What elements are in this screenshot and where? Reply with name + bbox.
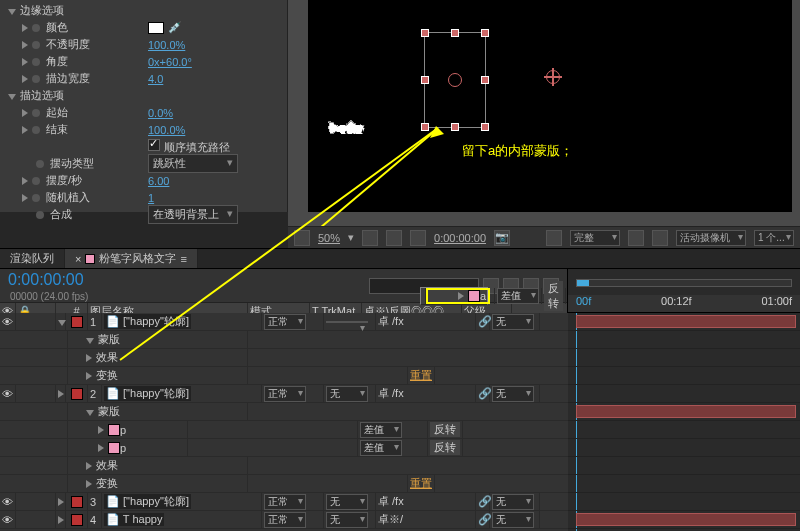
track-row[interactable]	[568, 475, 800, 493]
timeline-tracks[interactable]	[568, 313, 800, 531]
region-icon[interactable]	[628, 230, 644, 246]
disclosure-icon[interactable]	[86, 338, 94, 344]
layer-row[interactable]: 👁 3 📄 ["happy"轮廓] 正常 无 卓 /fx 🔗 无	[0, 493, 568, 511]
blend-mode-dropdown[interactable]: 正常	[264, 314, 306, 330]
layer-switches[interactable]: 卓 /fx	[376, 313, 476, 330]
mask-mode-dropdown[interactable]: 差值	[360, 422, 402, 438]
reset-link[interactable]: 重置	[410, 368, 432, 383]
track-row[interactable]	[568, 331, 800, 349]
layer-sub-row[interactable]: 效果	[0, 457, 568, 475]
disclosure-icon[interactable]	[86, 372, 92, 380]
track-row[interactable]	[568, 493, 800, 511]
preview-canvas[interactable]: happy	[308, 0, 792, 212]
reset-link[interactable]: 重置	[410, 476, 432, 491]
layer-sub-row[interactable]: p 差值 反转	[0, 421, 568, 439]
parent-dropdown[interactable]: 无	[492, 494, 534, 510]
parent-dropdown[interactable]: 无	[492, 512, 534, 528]
keyframe-stopwatch-icon[interactable]	[32, 194, 40, 202]
track-row[interactable]	[568, 349, 800, 367]
mask-invert-button[interactable]: 反转	[544, 281, 563, 311]
mask-name[interactable]: p	[120, 442, 126, 454]
disclosure-icon[interactable]	[58, 390, 64, 398]
track-row[interactable]	[568, 439, 800, 457]
resolution-icon[interactable]	[362, 230, 378, 246]
mask-color-swatch[interactable]	[468, 290, 480, 302]
layer-switches[interactable]: 卓※/	[376, 511, 476, 528]
stroke-width-value[interactable]: 4.0	[148, 73, 163, 85]
zoom-dropdown[interactable]: 50%	[318, 232, 340, 244]
disclosure-icon[interactable]	[86, 410, 94, 416]
seq-fill-checkbox[interactable]	[148, 139, 160, 151]
mask-icon[interactable]	[410, 230, 426, 246]
disclosure-icon[interactable]	[22, 41, 28, 49]
track-row[interactable]	[568, 511, 800, 529]
layer-sub-row[interactable]: 变换 重置	[0, 367, 568, 385]
layer-switches[interactable]: 卓 /fx	[376, 385, 476, 402]
layer-duration-bar[interactable]	[576, 315, 796, 328]
disclosure-icon[interactable]	[22, 126, 28, 134]
track-row[interactable]	[568, 421, 800, 439]
tab-render-queue[interactable]: 渲染队列	[0, 249, 65, 268]
mask-selection-box[interactable]	[424, 32, 486, 128]
disclosure-icon[interactable]	[86, 480, 92, 488]
current-time[interactable]: 0:00:00:00	[0, 269, 92, 291]
disclosure-icon[interactable]	[86, 354, 92, 362]
visibility-toggle[interactable]: 👁	[0, 511, 16, 528]
time-ruler[interactable]: 00f 00:12f 01:00f	[568, 295, 800, 313]
tab-composition[interactable]: × 粉笔字风格文字 ≡	[65, 249, 198, 268]
parent-dropdown[interactable]: 无	[492, 386, 534, 402]
keyframe-stopwatch-icon[interactable]	[32, 41, 40, 49]
mask-invert-button[interactable]: 反转	[430, 440, 460, 455]
visibility-toggle[interactable]: 👁	[0, 385, 16, 402]
layer-color-swatch[interactable]	[71, 514, 83, 526]
layer-sub-row[interactable]: 变换 重置	[0, 475, 568, 493]
mask-mode-dropdown[interactable]: 差值	[360, 440, 402, 456]
trackmatte-dropdown[interactable]: 无	[326, 512, 368, 528]
layer-sub-row[interactable]: 效果	[0, 349, 568, 367]
3d-icon[interactable]	[652, 230, 668, 246]
layer-duration-bar[interactable]	[576, 513, 796, 526]
camera-dropdown[interactable]: 活动摄像机	[676, 230, 746, 246]
views-dropdown[interactable]: 1 个...	[754, 230, 794, 246]
guides-icon[interactable]	[386, 230, 402, 246]
mask-color-swatch[interactable]	[108, 424, 120, 436]
disclosure-icon[interactable]	[22, 177, 28, 185]
mask-mode-dropdown[interactable]: 差值	[497, 288, 539, 304]
blend-mode-dropdown[interactable]: 正常	[264, 494, 306, 510]
random-seed-value[interactable]: 1	[148, 192, 154, 204]
layer-row[interactable]: 👁 4 📄 T happy 正常 无 卓※/ 🔗 无	[0, 511, 568, 529]
mask-name[interactable]: a	[480, 290, 486, 302]
lock-toggle[interactable]	[16, 313, 56, 330]
trackmatte-dropdown[interactable]: 无	[326, 494, 368, 510]
layer-color-swatch[interactable]	[71, 388, 83, 400]
grid-icon[interactable]	[294, 230, 310, 246]
angle-value[interactable]: 0x+60.0°	[148, 56, 192, 68]
layer-color-swatch[interactable]	[71, 316, 83, 328]
disclosure-icon[interactable]	[22, 24, 28, 32]
disclosure-icon[interactable]	[22, 194, 28, 202]
track-row[interactable]	[568, 367, 800, 385]
visibility-toggle[interactable]: 👁	[0, 493, 16, 510]
eyedropper-icon[interactable]: 💉	[168, 21, 182, 35]
disclosure-icon[interactable]	[8, 9, 16, 15]
end-value[interactable]: 100.0%	[148, 124, 185, 136]
composite-dropdown[interactable]: 在透明背景上	[148, 205, 238, 224]
mask-color-swatch[interactable]	[108, 442, 120, 454]
keyframe-stopwatch-icon[interactable]	[32, 109, 40, 117]
trackmatte-dropdown[interactable]: 无	[326, 386, 368, 402]
mask-name[interactable]: p	[120, 424, 126, 436]
disclosure-icon[interactable]	[58, 516, 64, 524]
layer-sub-row[interactable]: 蒙版	[0, 403, 568, 421]
layer-name[interactable]: 📄 T happy	[104, 513, 164, 526]
keyframe-stopwatch-icon[interactable]	[32, 177, 40, 185]
layer-sub-row[interactable]: 蒙版	[0, 331, 568, 349]
alpha-icon[interactable]	[546, 230, 562, 246]
disclosure-icon[interactable]	[458, 292, 464, 300]
color-swatch[interactable]	[148, 22, 164, 34]
disclosure-icon[interactable]	[58, 498, 64, 506]
wiggle-value[interactable]: 6.00	[148, 175, 169, 187]
layer-row[interactable]: 👁 1 📄 ["happy"轮廓] 正常 卓 /fx 🔗 无	[0, 313, 568, 331]
layer-sub-row[interactable]: p 差值 反转	[0, 439, 568, 457]
resolution-dropdown[interactable]: 完整	[570, 230, 620, 246]
track-row[interactable]	[568, 385, 800, 403]
